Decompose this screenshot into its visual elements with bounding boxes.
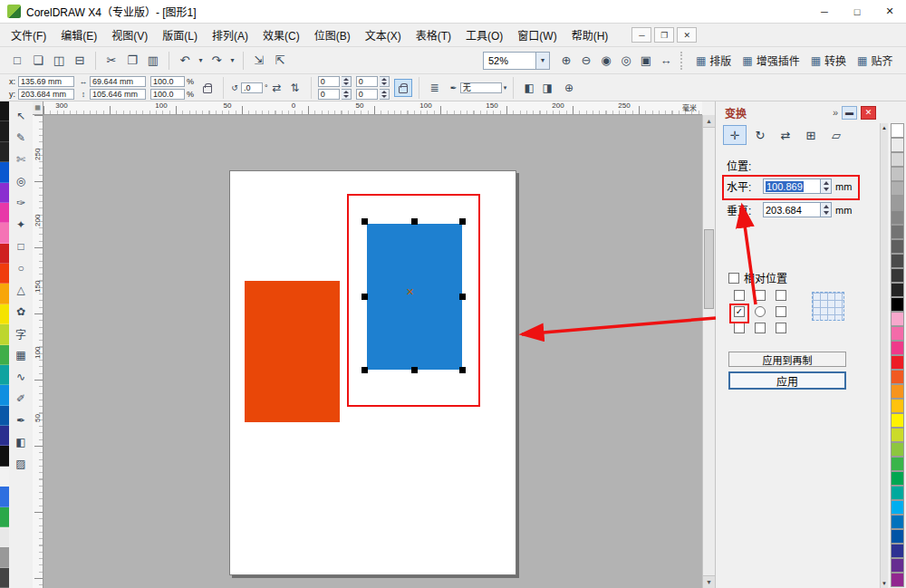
apply-to-duplicate-button[interactable]: 应用到再制 <box>728 352 846 367</box>
mirror-horizontal-button[interactable]: ⇄ <box>268 79 286 97</box>
color-swatch[interactable] <box>891 500 904 515</box>
polygon-tool[interactable]: △ <box>10 279 32 301</box>
horizontal-spinner[interactable] <box>821 178 832 194</box>
color-swatch[interactable] <box>0 264 9 284</box>
corner-radius-field[interactable]: 0 <box>356 76 378 87</box>
export-button[interactable]: ⇱ <box>270 51 290 71</box>
color-swatch[interactable] <box>0 223 9 243</box>
transform-rotate-button[interactable]: ↻ <box>748 125 772 145</box>
freehand-tool[interactable]: ✑ <box>10 192 32 214</box>
fill-button[interactable]: ◧ <box>520 79 538 97</box>
x-position-field[interactable]: 135.69 mm <box>18 76 74 87</box>
checkbox-icon[interactable] <box>728 273 739 284</box>
color-swatch[interactable] <box>891 370 904 384</box>
doc-close-button[interactable]: ✕ <box>677 27 697 43</box>
print-button[interactable]: ⊟ <box>70 51 90 71</box>
snap-button[interactable]: ▦ 贴齐 <box>852 51 898 71</box>
color-swatch[interactable] <box>0 487 9 506</box>
menu-effects[interactable]: 效果(C) <box>255 24 307 46</box>
outline-width-select[interactable]: 无 <box>460 82 502 93</box>
spinner-control[interactable] <box>342 89 352 100</box>
mirror-vertical-button[interactable]: ⇅ <box>286 79 304 97</box>
pick-tool[interactable]: ↖ <box>10 105 32 127</box>
color-swatch[interactable] <box>891 384 904 399</box>
shape-tool[interactable]: ✎ <box>10 127 32 149</box>
color-swatch[interactable] <box>891 529 904 544</box>
menu-text[interactable]: 文本(X) <box>358 24 409 46</box>
crop-tool[interactable]: ✄ <box>10 149 32 170</box>
color-swatch[interactable] <box>891 239 904 254</box>
color-swatch[interactable] <box>0 527 9 547</box>
round-corners-lock-button[interactable] <box>394 79 412 97</box>
color-swatch[interactable] <box>891 268 904 283</box>
outline-tool[interactable]: ✒ <box>10 410 32 431</box>
zoom-width-button[interactable]: ↔ <box>656 51 676 71</box>
fill-tool[interactable]: ◧ <box>10 431 32 453</box>
toolbar-grip[interactable] <box>680 52 686 70</box>
color-swatch[interactable] <box>0 203 9 223</box>
ellipse-tool[interactable]: ○ <box>10 257 32 279</box>
anchor-cell[interactable] <box>776 323 786 333</box>
color-swatch[interactable] <box>891 225 904 239</box>
color-swatch[interactable] <box>891 138 904 152</box>
color-swatch[interactable] <box>0 121 9 141</box>
zoom-actual-button[interactable]: ◉ <box>596 51 616 71</box>
transform-position-button[interactable]: ✛ <box>723 125 747 145</box>
spinner-control[interactable] <box>342 76 352 87</box>
undo-caret[interactable]: ▾ <box>196 51 206 71</box>
color-swatch[interactable] <box>891 297 904 312</box>
color-swatch[interactable] <box>0 507 9 527</box>
vertical-spinner[interactable] <box>821 202 832 217</box>
color-swatch[interactable] <box>0 345 9 365</box>
color-swatch[interactable] <box>0 446 9 466</box>
plugins-button[interactable]: ▦ 增强插件 <box>737 51 805 71</box>
color-swatch[interactable] <box>0 244 9 264</box>
docker-scrollbar[interactable]: ▲ ▼ <box>880 123 888 588</box>
color-swatch[interactable] <box>891 181 904 196</box>
paste-button[interactable]: ▥ <box>143 51 163 71</box>
corner-radius-field[interactable]: 0 <box>318 89 340 100</box>
docker-minimize-button[interactable]: ▬ <box>842 106 857 120</box>
undo-button[interactable]: ↶ <box>175 51 195 71</box>
color-swatch[interactable] <box>891 326 904 341</box>
y-position-field[interactable]: 203.684 mm <box>18 89 74 100</box>
window-maximize-button[interactable]: □ <box>841 0 873 23</box>
scroll-up-icon[interactable]: ▲ <box>882 125 887 130</box>
color-swatch[interactable] <box>0 284 9 304</box>
scroll-down-button[interactable]: ▼ <box>703 575 715 588</box>
scale-h-field[interactable]: 100.0 <box>150 76 185 87</box>
import-button[interactable]: ⇲ <box>249 51 269 71</box>
quick-customize-button[interactable]: ⊕ <box>560 79 578 97</box>
color-swatch[interactable] <box>0 406 9 426</box>
scale-v-field[interactable]: 100.0 <box>150 89 185 100</box>
menu-file[interactable]: 文件(F) <box>4 24 53 46</box>
copy-button[interactable]: ❐ <box>122 51 142 71</box>
menu-table[interactable]: 表格(T) <box>409 24 458 46</box>
anchor-cell[interactable] <box>755 323 766 333</box>
anchor-cell[interactable] <box>734 290 745 301</box>
new-button[interactable]: □ <box>7 51 27 71</box>
color-swatch[interactable] <box>0 304 9 324</box>
anchor-cell[interactable] <box>776 306 786 317</box>
transform-skew-button[interactable]: ▱ <box>824 125 848 145</box>
color-swatch[interactable] <box>891 196 904 210</box>
smart-fill-tool[interactable]: ✦ <box>10 214 32 236</box>
rectangle-tool[interactable]: □ <box>10 236 32 257</box>
menu-view[interactable]: 视图(V) <box>104 24 155 46</box>
basic-shapes-tool[interactable]: ✿ <box>10 301 32 323</box>
convert-button[interactable]: ▦ 转换 <box>805 51 852 71</box>
color-swatch[interactable] <box>891 283 904 297</box>
drawing-canvas[interactable]: ✕ <box>43 115 702 588</box>
menu-window[interactable]: 窗口(W) <box>510 24 564 46</box>
color-swatch[interactable] <box>891 413 904 428</box>
color-swatch[interactable] <box>0 385 9 405</box>
color-swatch[interactable] <box>891 399 904 413</box>
anchor-cell[interactable] <box>734 323 745 333</box>
color-swatch[interactable] <box>891 442 904 457</box>
menu-help[interactable]: 帮助(H) <box>564 24 616 46</box>
zoom-in-button[interactable]: ⊕ <box>556 51 576 71</box>
vertical-value-input[interactable]: 203.684 <box>763 202 821 217</box>
color-swatch[interactable] <box>891 355 904 370</box>
anchor-cell[interactable] <box>776 290 786 301</box>
redo-caret[interactable]: ▾ <box>227 51 237 71</box>
